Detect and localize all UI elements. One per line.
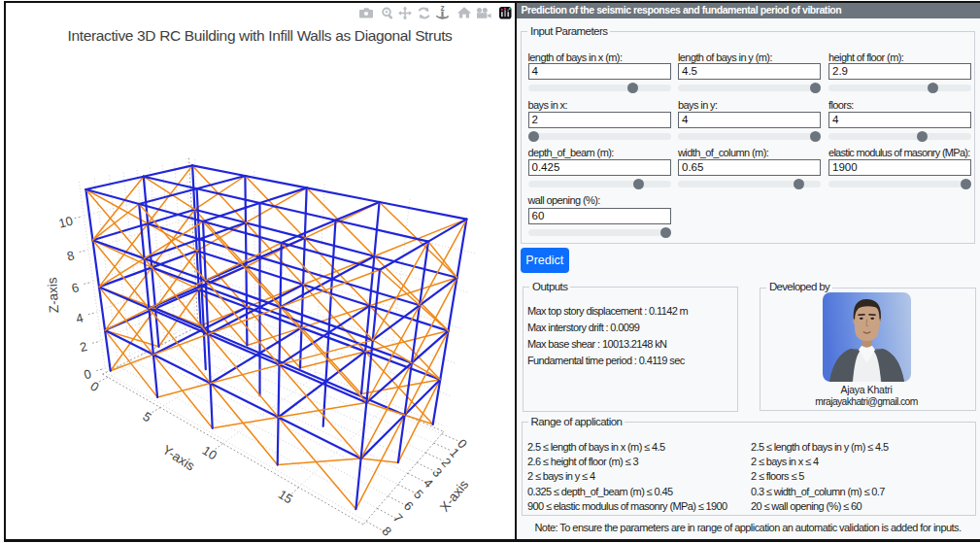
svg-text:z: z bbox=[440, 3, 444, 13]
svg-text:0: 0 bbox=[83, 366, 93, 382]
svg-text:Z-axis: Z-axis bbox=[45, 277, 61, 314]
svg-text:5: 5 bbox=[140, 409, 153, 425]
svg-text:7: 7 bbox=[390, 511, 406, 526]
svg-text:8: 8 bbox=[65, 248, 76, 263]
svg-text:Y-axis: Y-axis bbox=[160, 442, 198, 473]
svg-text:6: 6 bbox=[401, 498, 417, 514]
svg-text:2: 2 bbox=[79, 339, 89, 355]
svg-text:X-axis: X-axis bbox=[437, 477, 471, 515]
svg-text:4: 4 bbox=[74, 310, 84, 325]
svg-text:15: 15 bbox=[276, 487, 295, 506]
svg-text:10: 10 bbox=[200, 443, 220, 462]
svg-text:10: 10 bbox=[57, 214, 75, 231]
svg-text:8: 8 bbox=[379, 524, 394, 539]
svg-text:6: 6 bbox=[70, 280, 81, 295]
